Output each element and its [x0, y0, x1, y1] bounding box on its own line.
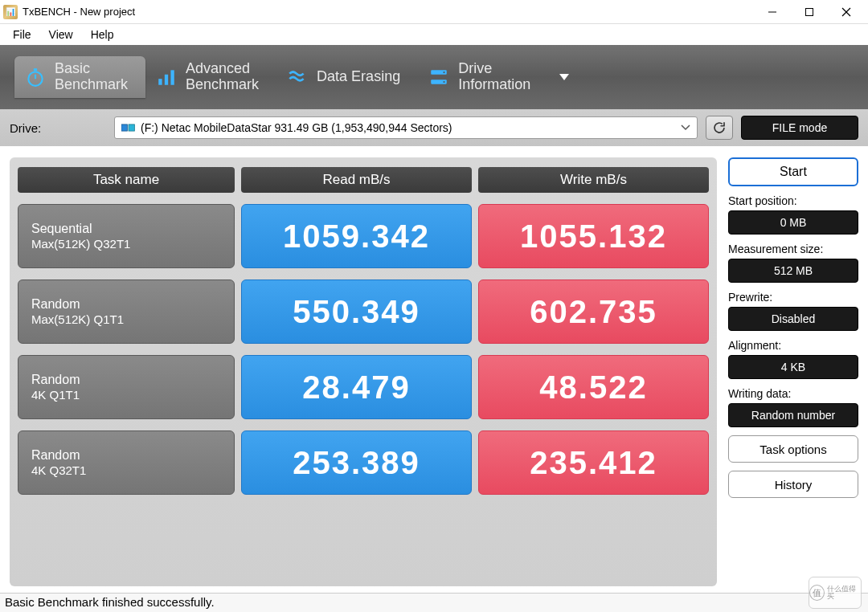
stopwatch-icon — [24, 66, 47, 88]
tab-advanced-benchmark[interactable]: Advanced Benchmark — [145, 56, 276, 98]
svg-marker-14 — [559, 74, 569, 80]
write-value: 602.735 — [478, 279, 709, 344]
svg-rect-9 — [170, 70, 174, 84]
task-sub: Max(512K) Q1T1 — [31, 312, 221, 327]
watermark: 值 什么值得买 — [809, 577, 862, 609]
svg-rect-5 — [34, 68, 37, 71]
task-options-button[interactable]: Task options — [728, 435, 858, 463]
drive-row: Drive: (F:) Netac MobileDataStar 931.49 … — [0, 109, 868, 146]
read-value: 253.389 — [241, 430, 472, 495]
write-value: 48.522 — [478, 355, 709, 419]
writing-data-label: Writing data: — [728, 387, 858, 400]
menu-file[interactable]: File — [5, 26, 39, 43]
watermark-icon: 值 — [809, 585, 825, 601]
history-button[interactable]: History — [728, 471, 858, 498]
refresh-button[interactable] — [706, 116, 733, 140]
results-header-row: Task name Read mB/s Write mB/s — [18, 167, 709, 193]
tab-basic-benchmark[interactable]: Basic Benchmark — [14, 56, 145, 98]
window-controls — [754, 0, 865, 24]
tab-label: Advanced — [186, 61, 259, 77]
task-cell-random-4k-q1[interactable]: Random 4K Q1T1 — [18, 355, 235, 419]
file-mode-button[interactable]: FILE mode — [741, 116, 858, 140]
start-position-value[interactable]: 0 MB — [728, 210, 858, 235]
maximize-button[interactable] — [791, 0, 828, 24]
disk-icon — [121, 122, 136, 133]
task-name: Random — [31, 296, 221, 312]
task-cell-sequential[interactable]: Sequential Max(512K) Q32T1 — [18, 204, 235, 268]
task-sub: 4K Q1T1 — [31, 388, 221, 402]
writing-data-value[interactable]: Random number — [728, 403, 858, 427]
header-task-name: Task name — [18, 167, 235, 193]
menubar: File View Help — [0, 24, 868, 45]
svg-rect-16 — [129, 124, 134, 131]
alignment-label: Alignment: — [728, 339, 858, 352]
tab-label: Data Erasing — [317, 69, 400, 85]
read-value: 550.349 — [241, 279, 472, 344]
bars-icon — [155, 66, 178, 88]
prewrite-value[interactable]: Disabled — [728, 307, 858, 331]
statusbar: Basic Benchmark finished successfully. — [0, 593, 868, 612]
start-button[interactable]: Start — [728, 157, 858, 186]
task-name: Random — [31, 372, 221, 387]
tab-label: Basic — [55, 61, 128, 77]
measurement-size-label: Measurement size: — [728, 243, 858, 255]
erase-icon — [286, 66, 309, 88]
svg-point-12 — [444, 71, 445, 73]
read-value: 28.479 — [241, 355, 472, 419]
close-button[interactable] — [828, 0, 865, 24]
tab-label: Benchmark — [186, 77, 259, 93]
task-cell-random-512k[interactable]: Random Max(512K) Q1T1 — [18, 279, 235, 344]
svg-rect-15 — [121, 124, 127, 131]
prewrite-label: Prewrite: — [728, 291, 858, 304]
drive-icon — [428, 66, 450, 88]
side-panel: Start Start position: 0 MB Measurement s… — [728, 157, 858, 586]
alignment-value[interactable]: 4 KB — [728, 355, 858, 379]
titlebar: 📊 TxBENCH - New project — [0, 0, 868, 24]
task-name: Sequential — [31, 221, 221, 236]
header-write: Write mB/s — [478, 167, 709, 193]
task-sub: 4K Q32T1 — [31, 463, 221, 478]
result-row: Sequential Max(512K) Q32T1 1059.342 1055… — [18, 204, 709, 268]
write-value: 235.412 — [478, 430, 709, 495]
svg-rect-7 — [158, 79, 162, 85]
tab-data-erasing[interactable]: Data Erasing — [276, 61, 418, 93]
menu-view[interactable]: View — [41, 26, 81, 43]
tab-label: Drive — [458, 61, 530, 77]
chevron-down-icon — [681, 124, 690, 131]
write-value: 1055.132 — [478, 204, 709, 268]
task-sub: Max(512K) Q32T1 — [31, 237, 221, 251]
tab-drive-information[interactable]: Drive Information — [418, 56, 548, 98]
task-cell-random-4k-q32[interactable]: Random 4K Q32T1 — [18, 430, 235, 495]
tab-label: Benchmark — [55, 77, 128, 93]
svg-rect-8 — [165, 75, 168, 85]
results-panel: Task name Read mB/s Write mB/s Sequentia… — [10, 157, 717, 586]
watermark-text: 什么值得买 — [827, 585, 861, 600]
svg-point-13 — [444, 81, 445, 83]
main-area: Task name Read mB/s Write mB/s Sequentia… — [0, 146, 868, 594]
app-icon: 📊 — [3, 5, 18, 19]
start-position-label: Start position: — [728, 194, 858, 207]
drive-label: Drive: — [10, 121, 106, 135]
svg-point-4 — [28, 72, 42, 86]
svg-rect-1 — [806, 8, 813, 15]
tab-label: Information — [458, 77, 530, 93]
menu-help[interactable]: Help — [83, 26, 122, 43]
result-row: Random Max(512K) Q1T1 550.349 602.735 — [18, 279, 709, 344]
result-row: Random 4K Q1T1 28.479 48.522 — [18, 355, 709, 419]
header-read: Read mB/s — [241, 167, 472, 193]
task-name: Random — [31, 447, 221, 463]
measurement-size-value[interactable]: 512 MB — [728, 259, 858, 283]
tabs-overflow-dropdown[interactable] — [553, 66, 575, 88]
drive-select[interactable]: (F:) Netac MobileDataStar 931.49 GB (1,9… — [114, 116, 698, 139]
read-value: 1059.342 — [241, 204, 472, 268]
window-title: TxBENCH - New project — [23, 6, 754, 18]
drive-value: (F:) Netac MobileDataStar 931.49 GB (1,9… — [141, 121, 452, 134]
tabbar: Basic Benchmark Advanced Benchmark Data … — [0, 45, 868, 109]
minimize-button[interactable] — [754, 0, 791, 24]
result-row: Random 4K Q32T1 253.389 235.412 — [18, 430, 709, 495]
